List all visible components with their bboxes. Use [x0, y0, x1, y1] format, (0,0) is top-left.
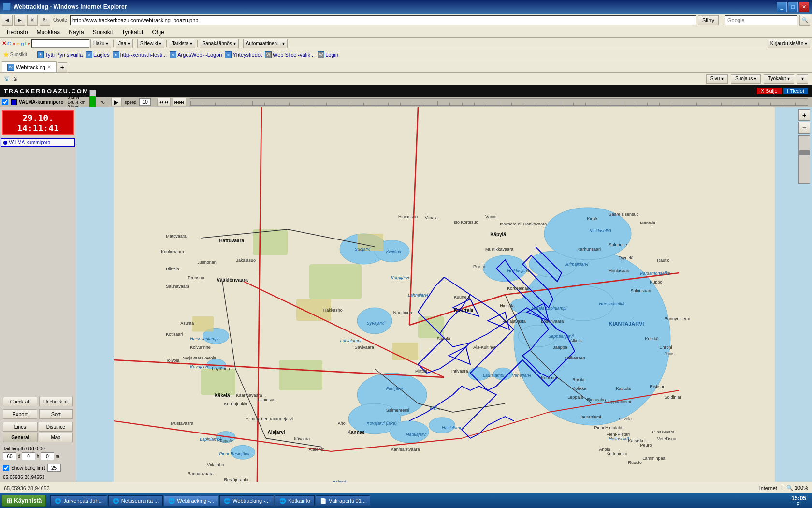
start-button[interactable]: ⊞ Käynnistä [2, 495, 46, 507]
play-button[interactable]: ▶ [111, 98, 122, 106]
new-tab-button[interactable]: + [58, 62, 67, 72]
taskbar-icon-1: 🌐 [113, 498, 119, 504]
fav-webslice[interactable]: W Web Slice -valik... [265, 51, 315, 58]
svg-rect-25 [279, 360, 322, 390]
taskbar-item-2[interactable]: 🌐 Webtracking -... [164, 495, 218, 506]
sort-button[interactable]: Sort [39, 409, 73, 419]
minimize-button[interactable]: _ [777, 2, 787, 12]
fav-eagles[interactable]: e Eagles [86, 51, 110, 58]
tab-map[interactable]: Map [39, 433, 73, 442]
toolbar-x1: ✕ [2, 40, 6, 46]
app-close-button[interactable]: X Sulje [757, 88, 782, 94]
close-button[interactable]: ✕ [799, 2, 809, 12]
spacer [1, 148, 75, 395]
rss-icon: 📡 [4, 76, 10, 81]
tab-lines[interactable]: Lines [3, 422, 38, 432]
animal-dot [3, 141, 7, 145]
sidewiki-button[interactable]: Sidewiki ▾ [137, 39, 164, 48]
fav-login[interactable]: W Login [318, 51, 338, 58]
forward-button[interactable]: ▶ [14, 15, 25, 26]
taskbar-label-5: Väliraportti 01... [329, 498, 366, 504]
timeline[interactable] [190, 98, 808, 106]
fav-eagles-label: Eagles [93, 52, 110, 58]
sanakaannos-button[interactable]: Sanakäännös ▾ [200, 39, 239, 48]
tail-d-input[interactable] [3, 452, 16, 460]
tyokalut-button[interactable]: Työkalut ▾ [764, 74, 794, 84]
tab-distance[interactable]: Distance [39, 422, 73, 432]
suojaus-button[interactable]: Suojaus ▾ [731, 74, 761, 84]
taskbar-item-4[interactable]: 🌐 Kotkainfo [275, 495, 315, 506]
help-button[interactable]: ▾ [797, 74, 808, 84]
tab-webtracking[interactable]: W Webtracking ✕ [2, 61, 57, 72]
timeline-inner [190, 99, 808, 105]
svg-point-10 [544, 208, 631, 260]
address-input[interactable] [70, 15, 696, 25]
tail-m-input[interactable] [41, 452, 54, 460]
back4-button[interactable]: ⏮⏮ [157, 98, 171, 106]
timestamp-display: 29.10. 14:11:41 [2, 110, 74, 135]
tail-d-label: d [18, 454, 20, 459]
menu-tiedosto[interactable]: Tiedosto [2, 28, 32, 37]
google-search-input[interactable] [31, 39, 89, 48]
fav-yhteystiedot[interactable]: e Yhteystiedot [225, 51, 262, 58]
tarkista-button[interactable]: Tarkista ▾ [169, 39, 195, 48]
speed-input[interactable] [139, 98, 151, 106]
menu-muokkaa[interactable]: Muokkaa [33, 28, 64, 37]
taskbar-item-3[interactable]: 🌐 Webtracking -... [219, 495, 274, 506]
export-button[interactable]: Export [3, 409, 37, 419]
status-sep: | [781, 485, 783, 491]
app-info-button[interactable]: i Tiedot [783, 88, 808, 94]
taskbar: ⊞ Käynnistä 🌐 Järvenpää Juh... 🌐 Nettise… [0, 493, 812, 508]
kirjaudu-button[interactable]: Kirjaudu sisään ▾ [768, 39, 810, 48]
bark-checkbox[interactable] [3, 465, 9, 471]
search-button[interactable]: 🔍 [799, 15, 810, 26]
bark-limit-input[interactable] [47, 464, 61, 472]
taskbar-label-1: Nettiseuranta ... [121, 498, 159, 504]
sep1 [113, 40, 114, 47]
sidebar: 29.10. 14:11:41 VALMA-kummiporo Check al… [0, 107, 76, 482]
fav-icon-login: W [318, 51, 324, 58]
uncheck-all-button[interactable]: Uncheck all [39, 397, 73, 406]
taskbar-item-0[interactable]: 🌐 Järvenpää Juh... [50, 495, 107, 506]
automaattinen-button[interactable]: Automaattinen... ▾ [243, 39, 288, 48]
refresh-button[interactable]: ↻ [40, 15, 50, 26]
taskbar-item-5[interactable]: 📄 Väliraportti 01... [316, 495, 370, 506]
jaa-button[interactable]: Jaa ▾ [116, 39, 133, 48]
zoom-slider-handle[interactable] [799, 150, 810, 155]
zoom-in-button[interactable]: + [798, 109, 810, 121]
check-all-button[interactable]: Check all [3, 397, 37, 406]
taskbar-item-1[interactable]: 🌐 Nettiseuranta ... [108, 495, 163, 506]
menu-tyokalut[interactable]: Työkalut [118, 28, 147, 37]
fav-argos-label: ArgosWeb- -Logon [177, 52, 222, 58]
menu-nayta[interactable]: Näytä [65, 28, 87, 37]
back-button[interactable]: ◀ [2, 15, 13, 26]
menu-suosikit[interactable]: Suosikit [89, 28, 117, 37]
map-area[interactable]: HattuvaaraVääklönvaaraMatovaaraKoolinvaa… [76, 107, 812, 482]
taskbar-icon-4: 🌐 [279, 498, 286, 504]
tab-general[interactable]: General [3, 433, 38, 442]
go-button[interactable]: Siirry [698, 15, 719, 25]
tab-bar: W Webtracking ✕ + [0, 60, 812, 73]
zoom-out-button[interactable]: − [798, 122, 810, 134]
bark-row: Show bark, limit [3, 464, 73, 472]
svg-point-13 [429, 418, 455, 433]
export-sort: Export Sort [3, 409, 73, 419]
fav-xenus[interactable]: e http--xenus.fi-testi... [113, 51, 167, 58]
svg-rect-23 [418, 316, 444, 338]
bark-label: Show bark, limit [11, 465, 45, 471]
fav-argos[interactable]: e ArgosWeb- -Logon [170, 51, 222, 58]
stop-button[interactable]: ✕ [27, 15, 38, 26]
status-zoom: 🔍 100% [786, 485, 808, 491]
battery-num: 76 [100, 100, 105, 105]
sivu-button[interactable]: Sivu ▾ [706, 74, 728, 84]
fav-tytti[interactable]: ★ Tytti Pyn sivuilla [37, 51, 83, 58]
coord-text: 65,05936 28,94653 [3, 475, 44, 480]
maximize-button[interactable]: □ [788, 2, 798, 12]
tab-close-icon[interactable]: ✕ [47, 64, 51, 70]
fwd4-button[interactable]: ⏭⏭ [173, 98, 186, 106]
tail-h-input[interactable] [22, 452, 35, 460]
animal-checkbox[interactable] [2, 99, 8, 105]
search-input[interactable] [725, 15, 798, 25]
menu-ohje[interactable]: Ohje [148, 28, 168, 37]
haku-button[interactable]: Haku ▾ [90, 39, 111, 48]
